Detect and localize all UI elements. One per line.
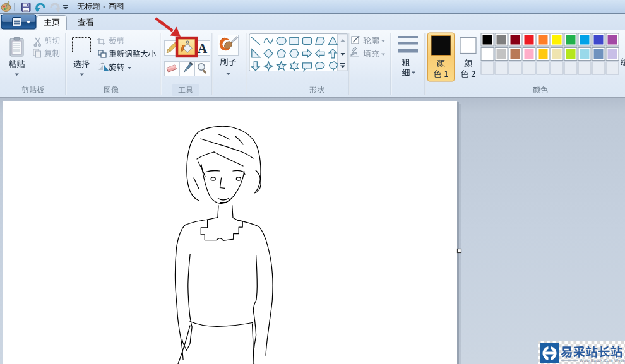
- svg-text:Www.Easck.Com Webmaster: Www.Easck.Com Webmaster: [580, 358, 625, 363]
- svg-text:A: A: [198, 41, 208, 56]
